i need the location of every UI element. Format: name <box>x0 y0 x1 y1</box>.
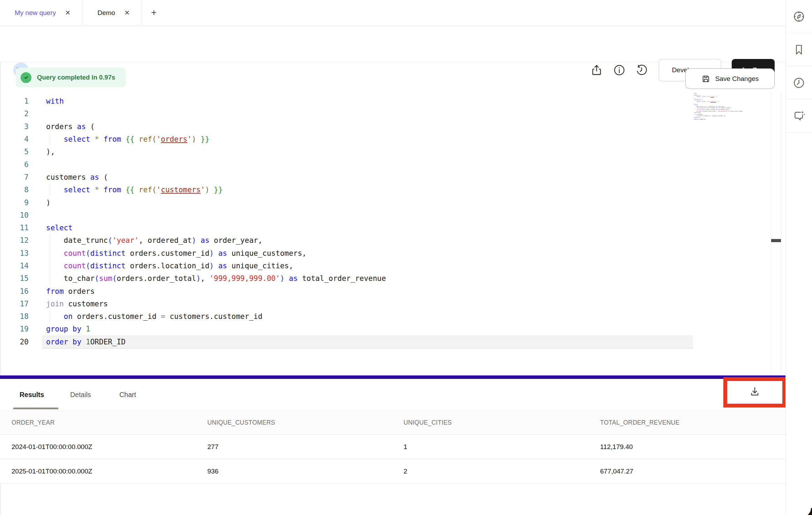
table-cell: 2 <box>404 468 600 475</box>
code-text: ) <box>46 196 51 209</box>
line-number: 3 <box>0 122 29 131</box>
table-row[interactable]: 2024-01-01T00:00:00.000Z2771112,179.40 <box>0 435 785 459</box>
code-line: 13 count(distinct orders.customer_id) as… <box>0 247 768 260</box>
code-line: 18 on orders.customer_id = customers.cus… <box>0 310 768 323</box>
tab-results[interactable]: Results <box>20 379 44 411</box>
scrollbar-track-line <box>771 94 771 375</box>
info-icon[interactable] <box>613 64 626 76</box>
scrollbar-thumb[interactable] <box>771 239 781 242</box>
table-cell: 112,179.40 <box>600 443 785 451</box>
code-text: join customers <box>46 298 108 310</box>
line-number: 16 <box>0 287 29 296</box>
table-cell: 2024-01-01T00:00:00.000Z <box>0 443 207 451</box>
close-icon[interactable]: ✕ <box>124 9 130 16</box>
code-line: 4 select * from {{ ref('orders') }} <box>0 133 768 145</box>
sidebar-item-history[interactable] <box>786 66 812 99</box>
panel-resize-divider[interactable] <box>0 375 785 379</box>
active-tab-underline <box>13 408 58 409</box>
tab-demo[interactable]: Demo ✕ <box>83 0 142 25</box>
code-line: 16from orders <box>0 285 768 297</box>
line-number: 20 <box>0 338 29 346</box>
download-results-button[interactable] <box>748 386 761 400</box>
code-text: order by 1ORDER_ID <box>46 336 126 348</box>
table-header-row: ORDER_YEARUNIQUE_CUSTOMERSUNIQUE_CITIEST… <box>0 411 785 435</box>
code-line: 9) <box>0 196 768 209</box>
tab-details[interactable]: Details <box>70 379 91 411</box>
tab-my-new-query[interactable]: My new query ✕ <box>0 0 83 25</box>
line-number: 2 <box>0 110 29 118</box>
code-text: group by 1 <box>46 323 90 335</box>
tab-label: Demo <box>97 9 115 17</box>
download-icon <box>748 386 761 398</box>
code-line: 19group by 1 <box>0 323 768 335</box>
line-number: 15 <box>0 274 29 283</box>
code-line: 2 <box>0 107 768 120</box>
compass-icon <box>792 10 805 23</box>
table-cell: 936 <box>207 468 404 475</box>
code-line: 8 select * from {{ ref('customers') }} <box>0 184 768 196</box>
line-number: 9 <box>0 199 29 207</box>
code-line: 17join customers <box>0 298 768 310</box>
code-line: 5), <box>0 145 768 158</box>
column-header: UNIQUE_CUSTOMERS <box>207 419 404 426</box>
table-cell: 277 <box>207 443 404 451</box>
code-text: with <box>46 95 64 107</box>
code-text: date_trunc('year', ordered_at) as order_… <box>46 234 263 247</box>
line-number: 5 <box>0 148 29 156</box>
results-tab-bar: Results Details Chart <box>0 379 785 411</box>
code-text: ), <box>46 145 55 158</box>
history-icon[interactable] <box>635 64 648 76</box>
clock-icon <box>792 76 805 89</box>
line-number: 13 <box>0 249 29 258</box>
close-icon[interactable]: ✕ <box>65 9 71 16</box>
tab-chart[interactable]: Chart <box>119 379 136 411</box>
chat-sparkles-icon <box>792 110 805 122</box>
check-circle-icon <box>21 72 31 83</box>
table-body: 2024-01-01T00:00:00.000Z2771112,179.4020… <box>0 435 785 484</box>
sql-ide-window: My new query ✕ Demo ✕ + MS Your query <box>0 0 812 515</box>
line-number: 12 <box>0 236 29 245</box>
save-changes-button[interactable]: Save Changes <box>685 68 775 89</box>
line-number: 17 <box>0 300 29 308</box>
line-number: 7 <box>0 173 29 181</box>
code-text: select * from {{ ref('orders') }} <box>46 133 209 145</box>
table-cell: 677,047.27 <box>600 468 785 475</box>
table-cell: 1 <box>404 443 600 451</box>
code-text: to_char(sum(orders.order_total), '999,99… <box>46 272 386 285</box>
sql-code-editor[interactable]: 1with23orders as (4 select * from {{ ref… <box>0 95 768 348</box>
save-icon <box>701 74 710 83</box>
code-line: 10 <box>0 209 768 222</box>
code-line: 7customers as ( <box>0 171 768 184</box>
line-number: 14 <box>0 262 29 270</box>
column-header: TOTAL_ORDER_REVENUE <box>600 419 785 426</box>
code-text: select <box>46 222 73 234</box>
code-line: 11select <box>0 222 768 234</box>
line-number: 6 <box>0 161 29 169</box>
right-sidebar <box>785 0 812 515</box>
query-header: MS Your query Develop Run <box>0 26 785 62</box>
sidebar-item-explore[interactable] <box>786 0 812 33</box>
table-cell: 2025-01-01T00:00:00.000Z <box>0 468 207 475</box>
code-line: 14 count(distinct orders.location_id) as… <box>0 260 768 272</box>
code-text: count(distinct orders.location_id) as un… <box>46 260 293 272</box>
code-text: select * from {{ ref('customers') }} <box>46 184 223 196</box>
column-header: UNIQUE_CITIES <box>404 419 600 426</box>
code-line: 1with <box>0 95 768 107</box>
table-row[interactable]: 2025-01-01T00:00:00.000Z9362677,047.27 <box>0 459 785 484</box>
code-text: count(distinct orders.customer_id) as un… <box>46 247 307 260</box>
editor-minimap[interactable]: withorders as ( select * from {{ ref('or… <box>694 93 746 120</box>
code-text: on orders.customer_id = customers.custom… <box>46 310 263 323</box>
code-text: customers as ( <box>46 171 108 184</box>
query-status-banner: Query completed in 0.97s <box>16 68 126 87</box>
sidebar-item-bookmarks[interactable] <box>786 33 812 66</box>
current-line-highlight <box>42 336 693 349</box>
tab-label: My new query <box>15 9 56 17</box>
sidebar-item-ai-chat[interactable] <box>786 99 812 133</box>
new-tab-button[interactable]: + <box>142 0 166 25</box>
status-text: Query completed in 0.97s <box>37 74 115 81</box>
code-line: 20order by 1ORDER_ID <box>0 336 768 348</box>
window-rounded-corner <box>802 508 812 515</box>
share-icon[interactable] <box>590 64 603 76</box>
line-number: 19 <box>0 325 29 333</box>
line-number: 1 <box>0 97 29 105</box>
